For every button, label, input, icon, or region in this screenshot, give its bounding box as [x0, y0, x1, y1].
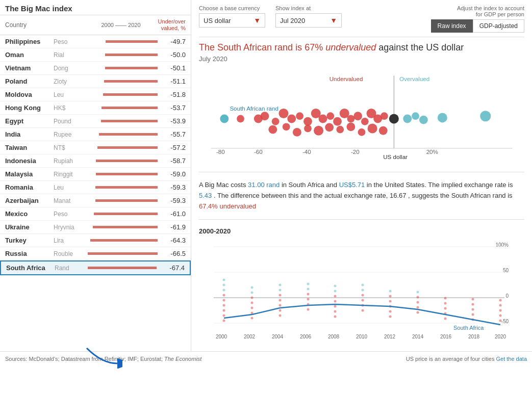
axis-label-60: -60 [254, 148, 263, 155]
axis-label-20pos: 20% [426, 148, 438, 155]
table-row[interactable]: Taiwan NT$ -57.2 [0, 141, 191, 154]
svg-point-5 [296, 112, 303, 120]
svg-point-49 [223, 284, 225, 286]
show-index-value: Jul 2020 [280, 17, 305, 24]
table-row[interactable]: Philippines Peso -49.7 [0, 35, 191, 48]
svg-point-77 [334, 285, 337, 287]
desc-text1: A Big Mac costs [199, 181, 248, 189]
row-country: Indonesia [5, 157, 54, 165]
show-index-select[interactable]: Jul 2020 ▼ [275, 13, 342, 28]
svg-point-18 [268, 125, 277, 134]
show-index-control: Show index at Jul 2020 ▼ [275, 5, 342, 28]
row-value: -50.0 [158, 51, 186, 59]
x-label-2020: 2020 [495, 334, 506, 339]
table-row[interactable]: Azerbaijan Manat -59.3 [0, 194, 191, 207]
timeseries-chart: 100% 50 0 -50 [199, 239, 524, 341]
axis-label-40: -40 [302, 148, 311, 155]
raw-index-button[interactable]: Raw index [431, 19, 473, 33]
row-value: -61.9 [158, 223, 186, 231]
svg-point-73 [334, 300, 337, 303]
table-row[interactable]: Ukraine Hryvnia -61.9 [0, 221, 191, 234]
undervalued-label: Undervalued [330, 75, 363, 82]
x-label-2018: 2018 [468, 334, 480, 339]
sa-trend-line [224, 304, 500, 325]
table-row[interactable]: Mexico Peso -61.0 [0, 207, 191, 221]
svg-point-44 [223, 299, 225, 302]
row-currency: Peso [54, 211, 84, 218]
row-value: -53.9 [158, 117, 186, 125]
result-title: The South African rand is 67% undervalue… [199, 42, 524, 53]
row-country: Turkey [5, 237, 54, 244]
axis-label-80: -80 [216, 148, 225, 155]
scatter-svg: -80 -60 -40 -20 20% US dollar Underva [199, 70, 524, 167]
svg-point-31 [412, 112, 419, 120]
row-currency: Rupee [54, 131, 84, 138]
row-country: Russia [5, 250, 54, 257]
desc-text4: . The difference between this and the ac… [214, 192, 390, 199]
us-dollar-label: US dollar [383, 153, 408, 160]
axis-label-20: -20 [351, 148, 360, 155]
gdp-adjusted-button[interactable]: GDP-adjusted [473, 19, 524, 33]
table-row[interactable]: Indonesia Rupiah -58.7 [0, 154, 191, 168]
row-country: Taiwan [5, 144, 54, 151]
svg-point-103 [472, 308, 474, 311]
svg-point-91 [389, 316, 392, 318]
svg-point-95 [417, 291, 419, 294]
main-area: The Big Mac index Country 2000 —— 2020 U… [0, 0, 532, 351]
row-bar [84, 160, 158, 163]
table-row[interactable]: Romania Leu -59.3 [0, 181, 191, 194]
table-row[interactable]: Oman Rial -50.0 [0, 48, 191, 62]
row-currency: Zloty [54, 78, 84, 85]
table-row[interactable]: Russia Rouble -66.5 [0, 247, 191, 260]
x-label-2002: 2002 [244, 334, 256, 339]
row-currency: Rial [54, 51, 84, 59]
row-country: Philippines [5, 38, 54, 45]
svg-point-83 [362, 289, 364, 292]
svg-point-102 [472, 303, 474, 306]
get-data-link[interactable]: Get the data [496, 356, 527, 362]
svg-point-74 [334, 305, 337, 308]
table-row[interactable]: Vietnam Dong -50.1 [0, 62, 191, 75]
x-label-2008: 2008 [328, 334, 340, 339]
table-row[interactable]: Poland Zloty -51.1 [0, 75, 191, 88]
row-bar [84, 226, 158, 229]
row-value: -67.4 [157, 264, 185, 272]
sa-rand-dot [220, 115, 229, 123]
row-country: Hong Kong [5, 104, 54, 112]
svg-point-78 [334, 310, 337, 313]
svg-point-89 [389, 290, 392, 293]
table-row[interactable]: South Africa Rand -67.4 [0, 260, 191, 275]
sa-timeseries-label: South Africa [453, 325, 484, 331]
row-currency: Peso [54, 38, 84, 45]
table-row[interactable]: Moldova Leu -51.8 [0, 88, 191, 101]
row-value: -66.5 [158, 250, 186, 257]
svg-point-32 [419, 116, 428, 124]
footer-sources: Sources: McDonald's; Datastream from Ref… [5, 356, 201, 362]
row-currency: NT$ [54, 144, 84, 151]
row-currency: Hryvnia [54, 224, 84, 231]
desc-final-valuation: 67.4% undervalued [199, 202, 256, 210]
table-row[interactable]: Egypt Pound -53.9 [0, 115, 191, 128]
svg-point-50 [223, 279, 225, 281]
table-row[interactable]: Turkey Lira -64.3 [0, 234, 191, 247]
table-row[interactable]: India Rupee -55.7 [0, 128, 191, 141]
row-bar [84, 93, 158, 96]
left-header: The Big Mac index [0, 0, 191, 15]
row-value: -58.7 [158, 157, 186, 165]
svg-point-2 [272, 118, 280, 125]
x-label-2012: 2012 [384, 334, 396, 339]
row-bar [84, 146, 158, 149]
title-suffix: against the US dollar [378, 42, 464, 53]
row-bar [84, 252, 158, 255]
row-value: -49.7 [158, 38, 186, 45]
table-row[interactable]: Malaysia Ringgit -59.0 [0, 168, 191, 181]
base-currency-label: Choose a base currency [199, 5, 265, 11]
base-currency-select[interactable]: US dollar ▼ [199, 13, 265, 28]
col-bar-header: 2000 —— 2020 [84, 22, 158, 28]
svg-point-9 [326, 112, 334, 120]
svg-point-63 [279, 289, 282, 292]
svg-point-75 [334, 295, 337, 298]
row-currency: Lira [54, 237, 84, 244]
table-row[interactable]: Hong Kong HK$ -53.7 [0, 101, 191, 115]
show-index-label: Show index at [275, 5, 342, 11]
